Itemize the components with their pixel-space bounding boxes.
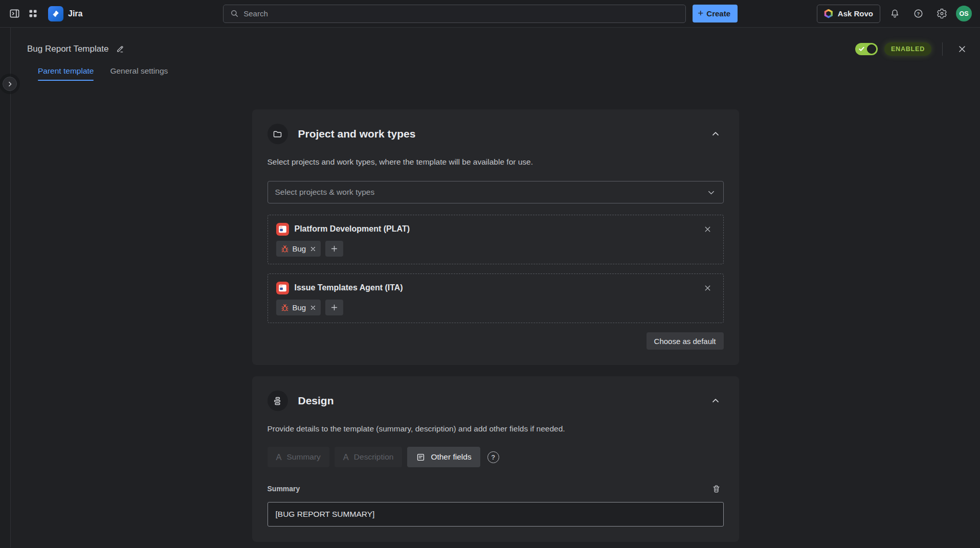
add-description-button: A Description (335, 447, 403, 467)
card-title: Project and work types (298, 128, 697, 140)
summary-input[interactable] (268, 502, 724, 527)
text-field-icon: A (276, 452, 282, 462)
search-icon (230, 9, 239, 18)
remove-work-type-icon[interactable] (309, 304, 317, 311)
remove-project-icon[interactable] (701, 222, 715, 236)
card-description: Select projects and work types, where th… (268, 157, 724, 167)
page: Bug Report Template ENABLED (0, 28, 980, 547)
jira-brand[interactable]: Jira (48, 6, 82, 21)
collapse-card-icon[interactable] (707, 393, 724, 409)
create-button[interactable]: + Create (693, 5, 738, 22)
project-select-placeholder: Select projects & work types (275, 188, 375, 197)
search-input[interactable] (243, 9, 679, 18)
project-select[interactable]: Select projects & work types (268, 181, 724, 203)
jira-logo-icon (48, 6, 63, 21)
project-avatar-icon (276, 282, 289, 294)
collapsed-sidebar (0, 28, 11, 547)
field-buttons-row: A Summary A Description Other field (268, 447, 724, 467)
bug-icon (281, 304, 289, 312)
nav-right: Ask Rovo ? OS (817, 5, 972, 23)
sidebar-expand-button[interactable] (3, 77, 17, 91)
remove-project-icon[interactable] (701, 281, 715, 295)
close-icon[interactable] (953, 40, 971, 58)
avatar-initials: OS (959, 10, 968, 17)
create-button-label: Create (706, 9, 730, 18)
svg-text:?: ? (917, 11, 920, 16)
header-divider (942, 42, 943, 56)
text-field-icon: A (343, 452, 349, 462)
rovo-icon (824, 9, 833, 18)
work-type-label: Bug (293, 244, 306, 253)
form-icon (416, 452, 426, 462)
status-badge: ENABLED (884, 42, 931, 56)
work-type-label: Bug (293, 303, 306, 312)
delete-field-icon[interactable] (709, 482, 724, 496)
sidebar-toggle-icon[interactable] (5, 5, 24, 23)
design-card: Design Provide details to the template (… (252, 376, 739, 542)
add-summary-button: A Summary (268, 447, 329, 467)
project-work-types-card: Project and work types Select projects a… (252, 109, 739, 365)
card-description: Provide details to the template (summary… (268, 424, 724, 433)
project-name: Platform Development (PLAT) (295, 224, 695, 234)
add-work-type-button[interactable] (325, 300, 343, 315)
work-type-tag: Bug (276, 241, 321, 257)
settings-icon[interactable] (932, 5, 951, 23)
edit-title-icon[interactable] (115, 44, 125, 54)
chevron-down-icon (706, 188, 716, 197)
collapse-card-icon[interactable] (707, 126, 724, 142)
help-icon[interactable]: ? (487, 451, 499, 463)
app-switcher-icon[interactable] (24, 5, 42, 23)
enabled-toggle[interactable] (855, 43, 878, 55)
add-work-type-button[interactable] (325, 241, 343, 257)
remove-work-type-icon[interactable] (309, 245, 317, 253)
tab-general-settings[interactable]: General settings (110, 66, 168, 81)
toggle-knob (867, 44, 876, 54)
other-fields-button[interactable]: Other fields (407, 447, 480, 467)
tab-parent-template[interactable]: Parent template (38, 66, 94, 81)
nav-middle: + Create (82, 5, 816, 23)
plus-icon: + (698, 8, 703, 18)
project-item: Issue Templates Agent (ITA) (268, 273, 724, 323)
bug-icon (281, 245, 289, 253)
ask-rovo-button[interactable]: Ask Rovo (817, 5, 880, 23)
app-name: Jira (68, 9, 82, 18)
template-panel: Bug Report Template ENABLED (11, 28, 980, 547)
folder-icon (268, 124, 288, 144)
panel-header: Bug Report Template ENABLED (11, 40, 980, 58)
summary-field-label: Summary (268, 485, 300, 493)
project-item: Platform Development (PLAT) (268, 215, 724, 264)
search-bar[interactable] (223, 5, 686, 23)
card-title: Design (298, 395, 697, 407)
template-content: Project and work types Select projects a… (252, 109, 739, 542)
project-name: Issue Templates Agent (ITA) (295, 283, 695, 292)
page-title: Bug Report Template (27, 44, 108, 54)
template-tabs: Parent template General settings (11, 66, 980, 81)
project-avatar-icon (276, 223, 289, 236)
design-icon (268, 391, 288, 411)
work-type-tag: Bug (276, 300, 321, 315)
help-icon[interactable]: ? (909, 5, 927, 23)
avatar[interactable]: OS (956, 6, 972, 21)
top-nav: Jira + Create Ask Rovo (0, 0, 980, 28)
notifications-icon[interactable] (885, 5, 904, 23)
ask-rovo-label: Ask Rovo (838, 9, 873, 18)
choose-as-default-button[interactable]: Choose as default (647, 332, 724, 350)
